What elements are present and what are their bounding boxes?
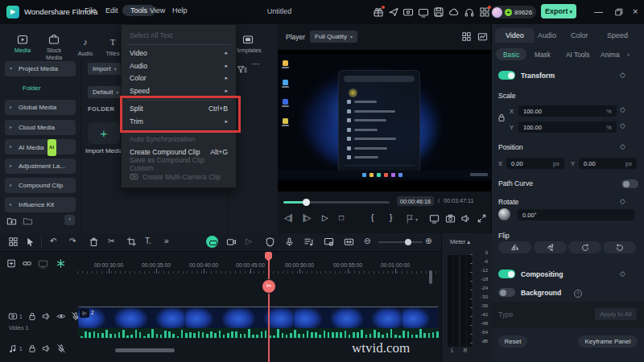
background-help-icon[interactable]: ? (574, 290, 582, 298)
close-button[interactable]: × (633, 6, 638, 16)
reset-button[interactable]: Reset (498, 335, 527, 348)
menu-item-color[interactable]: Color▸ (122, 72, 236, 85)
flip-vertical-button[interactable] (534, 241, 567, 253)
more-options-icon[interactable]: ⋯ (252, 60, 260, 68)
apps-grid-icon[interactable] (479, 6, 490, 18)
menu-item-video[interactable]: Video▸ (122, 47, 236, 60)
subtab-ai-tools[interactable]: AI Tools (566, 51, 589, 59)
link-clips-icon[interactable] (22, 258, 32, 269)
position-x-input[interactable]: 0.00px (506, 158, 564, 169)
tab-media[interactable]: Media (6, 34, 39, 54)
tab-color[interactable]: Color (571, 31, 588, 39)
layout-grid-icon[interactable] (8, 237, 19, 248)
voiceover-mic-icon[interactable] (284, 237, 295, 248)
display-icon[interactable] (418, 6, 429, 18)
split-tool-icon[interactable]: ✂ (108, 237, 114, 245)
sidebar-item-project-media[interactable]: ▾Project Media (5, 61, 76, 76)
zoom-slider-handle[interactable] (405, 239, 411, 245)
next-frame-button[interactable]: |▷ (303, 213, 311, 222)
sidebar-item-compound-clip[interactable]: ▸Compound Clip (5, 178, 76, 193)
tab-speed[interactable]: Speed (607, 31, 628, 39)
scale-x-keyframe-icon[interactable]: ◇ (620, 105, 625, 113)
tab-stock-media[interactable]: Stock Media (38, 34, 70, 61)
scale-y-input[interactable]: 100.00% (518, 121, 617, 133)
background-toggle[interactable] (498, 288, 515, 297)
subtab-animation[interactable]: Anima (601, 51, 620, 59)
marker-flag-icon[interactable] (405, 213, 415, 224)
seek-handle[interactable] (303, 199, 310, 206)
menu-item-audio[interactable]: Audio▸ (122, 60, 236, 72)
sidebar-item-influence-kit[interactable]: ▸Influence Kit (5, 197, 76, 212)
marker-shield-icon[interactable] (265, 237, 276, 248)
support-icon[interactable] (464, 6, 475, 18)
fit-timeline-icon[interactable] (344, 237, 355, 248)
position-y-input[interactable]: 0.00px (579, 158, 637, 169)
meter-label[interactable]: Meter ▴ (450, 238, 470, 245)
restore-button[interactable] (614, 7, 624, 17)
gift-icon[interactable] (373, 6, 384, 18)
snap-icon[interactable] (56, 258, 66, 269)
new-folder-icon[interactable] (6, 216, 17, 226)
add-camera-icon[interactable] (226, 237, 237, 248)
split-view-icon[interactable] (461, 31, 472, 42)
redo-button[interactable]: ↷ (69, 237, 76, 245)
sidebar-item-global-media[interactable]: ▸Global Media (5, 100, 76, 115)
rotate-cw-button[interactable] (568, 241, 601, 253)
screen-recorder-icon[interactable] (324, 237, 335, 248)
playhead-line[interactable] (268, 252, 270, 362)
track-options-icon[interactable] (38, 258, 48, 269)
rotate-ccw-button[interactable] (603, 241, 636, 253)
video-clip[interactable]: ▷ 2 (78, 306, 439, 339)
save-icon[interactable] (433, 6, 444, 18)
menu-help[interactable]: Help (172, 6, 188, 14)
quality-dropdown[interactable]: Full Quality▾ (310, 31, 357, 43)
audio-mixer-icon[interactable] (303, 237, 315, 248)
transform-toggle[interactable] (498, 71, 515, 80)
video-visibility-icon[interactable] (56, 311, 66, 321)
mark-in-button[interactable]: { (371, 213, 374, 222)
audio-lock-icon[interactable] (27, 343, 37, 353)
filter-icon[interactable] (237, 64, 247, 75)
tab-video[interactable]: Video (495, 28, 535, 43)
fullscreen-icon[interactable] (477, 213, 487, 224)
compositing-toggle[interactable] (498, 269, 515, 278)
subtabs-overflow-icon[interactable]: › (627, 51, 630, 59)
flip-horizontal-button[interactable] (498, 241, 531, 253)
minimize-button[interactable]: — (594, 6, 603, 16)
account-pill[interactable]: + 89626 (491, 6, 536, 19)
subtab-mask[interactable]: Mask (535, 51, 551, 59)
scale-link-lock-icon[interactable] (497, 113, 506, 122)
preview-render-icon[interactable]: ▷ (246, 237, 252, 245)
timeline-zoom-slider[interactable] (378, 241, 423, 243)
more-tools-icon[interactable]: » (164, 237, 169, 245)
select-tool-icon[interactable] (25, 237, 36, 248)
sidebar-item-ai-media[interactable]: ▸AI MediaAI (5, 139, 76, 154)
display-mode-icon[interactable] (429, 213, 440, 224)
add-marker-icon[interactable] (6, 258, 17, 269)
delete-folder-icon[interactable] (23, 216, 33, 226)
path-curve-toggle[interactable] (621, 179, 638, 188)
sidebar-item-adjustment-layer[interactable]: ▸Adjustment La... (5, 158, 76, 174)
rotate-keyframe-icon[interactable]: ◇ (620, 197, 625, 205)
crop-icon[interactable] (126, 237, 138, 248)
cloud-upload-icon[interactable] (448, 6, 460, 18)
screen-record-icon[interactable] (402, 6, 414, 18)
rotate-input[interactable]: 0.00° (518, 209, 634, 220)
ruler-ticks[interactable] (0, 269, 439, 274)
menu-file[interactable]: File (85, 6, 97, 14)
audio-mic-icon[interactable] (56, 343, 66, 353)
timeline-horizontal-scrollbar[interactable] (115, 348, 175, 352)
playhead-handle[interactable] (265, 252, 272, 261)
collapse-sidebar-button[interactable]: ‹ (64, 215, 75, 225)
play-button[interactable]: ▷ (322, 213, 328, 222)
timeline-vertical-scrollbar[interactable] (429, 270, 432, 284)
scale-x-input[interactable]: 100.00% (518, 105, 617, 117)
mark-out-button[interactable]: } (390, 213, 392, 222)
video-lock-icon[interactable] (27, 311, 37, 321)
share-icon[interactable] (388, 6, 399, 18)
video-mute-icon[interactable] (42, 311, 52, 321)
zoom-in-icon[interactable]: ⊕ (425, 237, 431, 245)
snapshot-icon[interactable] (445, 213, 456, 224)
menu-view[interactable]: View (150, 6, 165, 14)
scopes-icon[interactable] (477, 31, 488, 42)
